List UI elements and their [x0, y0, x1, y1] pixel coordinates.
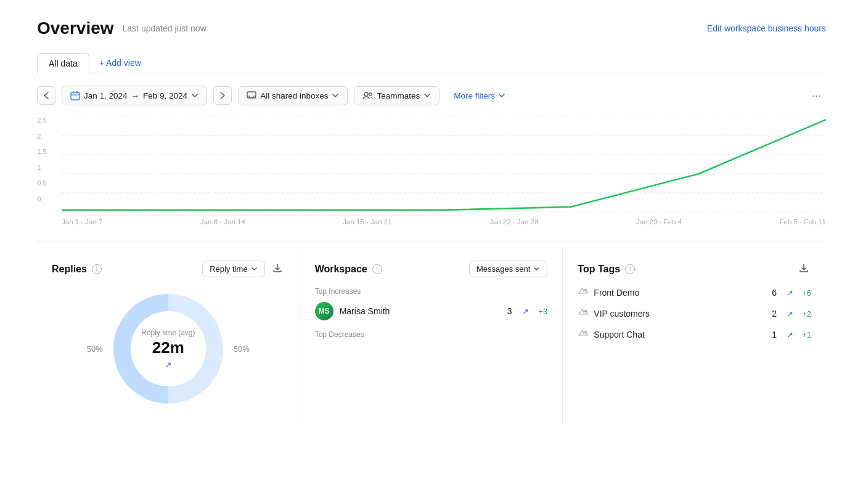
top-increases-label: Top Increases: [315, 287, 548, 296]
top-tags-header: Top Tags i: [578, 261, 811, 277]
date-end: Feb 9, 2024: [143, 91, 187, 100]
chevron-down-icon: [191, 92, 198, 99]
donut-pct-left: 50%: [87, 344, 103, 354]
inbox-filter[interactable]: All shared inboxes: [238, 86, 348, 105]
reply-time-dropdown[interactable]: Reply time: [202, 261, 264, 277]
page-title: Overview: [37, 18, 114, 38]
y-label-0: 2.5: [37, 116, 47, 124]
chart-x-axis: Jan 1 - Jan 7 Jan 8 - Jan 14 Jan 15 - Ja…: [62, 218, 826, 226]
replies-header: Replies i Reply time: [52, 261, 285, 277]
messages-sent-label: Messages sent: [476, 264, 530, 274]
y-label-2: 1.5: [37, 148, 47, 155]
chevron-down-icon-6: [533, 266, 540, 272]
top-decreases-label: Top Decreases: [315, 330, 548, 339]
tag-change-0: +6: [802, 288, 811, 298]
edit-workspace-hours-link[interactable]: Edit workspace business hours: [707, 23, 826, 33]
donut-label: Reply time (avg): [141, 328, 195, 337]
main-chart: 2.5 2 1.5 1 0.5 0 Jan 1 - Jan 7 Jan 8 - …: [37, 116, 826, 224]
tag-change-1: +2: [802, 309, 811, 319]
chart-svg: [62, 116, 826, 212]
tag-icon-2: [578, 329, 589, 340]
top-tags-info-icon[interactable]: i: [625, 264, 635, 274]
x-label-3: Jan 22 - Jan 28: [489, 218, 538, 226]
tag-count-2: 1: [772, 330, 777, 339]
replies-section: Replies i Reply time: [37, 248, 300, 423]
export-icon: [272, 263, 282, 273]
top-tags-export-button[interactable]: [796, 261, 811, 277]
donut-chart-container: 50% Reply time (avg) 22m ↗ 50%: [52, 287, 285, 410]
tab-add-view[interactable]: + Add view: [89, 53, 151, 73]
top-tags-section: Top Tags i Front Demo 6 ↗: [563, 248, 826, 423]
tag-name-2: Support Chat: [594, 330, 767, 339]
last-updated-text: Last updated just now: [123, 23, 207, 33]
x-label-5: Feb 5 - Feb 11: [780, 218, 826, 226]
workspace-info-icon[interactable]: i: [372, 264, 382, 274]
tag-link-icon-0[interactable]: ↗: [787, 288, 793, 298]
more-filters-button[interactable]: More filters: [446, 87, 513, 105]
tab-all-data[interactable]: All data: [37, 53, 89, 73]
donut-value: 22m: [141, 338, 195, 357]
svg-point-2: [364, 92, 368, 96]
replies-controls: Reply time: [202, 261, 284, 277]
svg-point-3: [369, 93, 372, 96]
workspace-header: Workspace i Messages sent: [315, 261, 548, 277]
x-label-2: Jan 15 - Jan 21: [343, 218, 391, 226]
tag-link-icon-1[interactable]: ↗: [787, 309, 793, 319]
calendar-icon: [70, 91, 80, 100]
three-dots-icon: ···: [812, 89, 821, 102]
tag-row-1: VIP customers 2 ↗ +2: [578, 308, 811, 319]
page-header: Overview Last updated just now Edit work…: [37, 18, 826, 38]
tag-row-0: Front Demo 6 ↗ +6: [578, 287, 811, 298]
replies-title-group: Replies i: [52, 264, 102, 275]
bottom-sections: Replies i Reply time: [37, 242, 826, 423]
workspace-title: Workspace: [315, 264, 367, 275]
tag-link-icon-2[interactable]: ↗: [787, 330, 793, 339]
donut-pct-right: 50%: [234, 344, 250, 354]
donut-center: Reply time (avg) 22m ↗: [141, 328, 195, 370]
teammates-icon: [362, 91, 373, 100]
y-label-3: 1: [37, 164, 47, 171]
export-icon-2: [799, 263, 809, 273]
y-label-1: 2: [37, 132, 47, 140]
tabs-row: All data + Add view: [37, 53, 826, 73]
filters-row: Jan 1, 2024 → Feb 9, 2024 All shared inb…: [37, 86, 826, 105]
top-tags-title-group: Top Tags i: [578, 264, 635, 275]
svg-rect-0: [71, 92, 80, 100]
tag-name-1: VIP customers: [594, 309, 767, 319]
reply-time-label: Reply time: [210, 264, 247, 274]
teammate-count: 3: [507, 306, 512, 316]
replies-title: Replies: [52, 264, 87, 275]
more-options-button[interactable]: ···: [807, 87, 826, 105]
messages-sent-dropdown[interactable]: Messages sent: [469, 261, 547, 277]
teammate-link-icon[interactable]: ↗: [522, 307, 529, 316]
workspace-title-group: Workspace i: [315, 264, 382, 275]
replies-export-button[interactable]: [270, 261, 285, 277]
avatar: MS: [315, 302, 333, 320]
tag-row-2: Support Chat 1 ↗ +1: [578, 329, 811, 340]
main-page: Overview Last updated just now Edit work…: [0, 0, 863, 441]
replies-info-icon[interactable]: i: [92, 264, 102, 274]
date-next-button[interactable]: [213, 86, 232, 105]
donut-link[interactable]: ↗: [141, 360, 195, 370]
teammate-row: MS Marisa Smith 3 ↗ +3: [315, 302, 548, 320]
chart-y-axis: 2.5 2 1.5 1 0.5 0: [37, 116, 47, 203]
x-label-4: Jan 29 - Feb 4: [636, 218, 682, 226]
top-tags-title: Top Tags: [578, 264, 620, 275]
date-arrow: →: [131, 91, 140, 100]
teammate-name: Marisa Smith: [340, 306, 501, 316]
teammates-label: Teammates: [377, 91, 420, 100]
y-label-4: 0.5: [37, 179, 47, 187]
date-prev-button[interactable]: [37, 86, 55, 105]
date-range-filter[interactable]: Jan 1, 2024 → Feb 9, 2024: [62, 86, 207, 105]
donut-wrap: 50% Reply time (avg) 22m ↗ 50%: [107, 287, 230, 410]
header-left: Overview Last updated just now: [37, 18, 207, 38]
inbox-icon: [247, 91, 256, 100]
chevron-down-icon-5: [251, 266, 258, 272]
date-start: Jan 1, 2024: [84, 91, 128, 100]
x-label-1: Jan 8 - Jan 14: [200, 218, 245, 226]
workspace-section: Workspace i Messages sent Top Increases …: [300, 248, 563, 423]
x-label-0: Jan 1 - Jan 7: [62, 218, 102, 226]
teammates-filter[interactable]: Teammates: [354, 86, 440, 105]
tag-icon-1: [578, 308, 589, 319]
tag-count-1: 2: [772, 309, 777, 319]
